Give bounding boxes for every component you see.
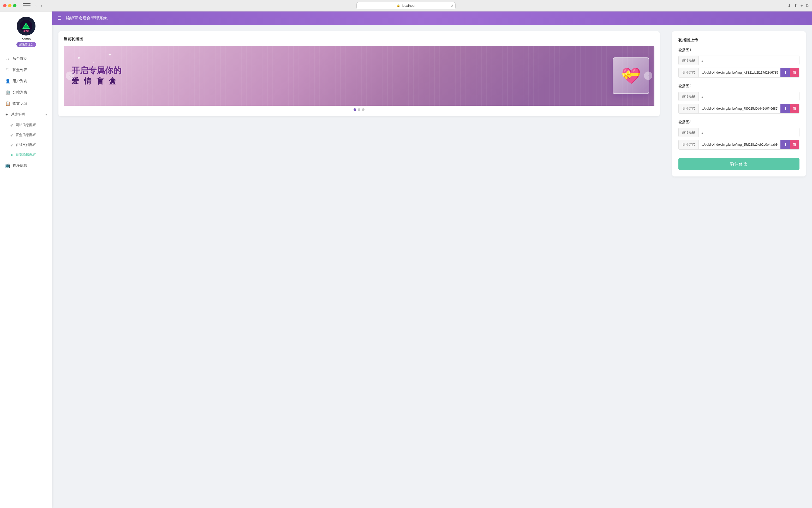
back-button[interactable]: ‹ bbox=[34, 3, 38, 9]
carousel-1-link-label: 跳转链接 bbox=[679, 56, 699, 65]
carousel-2-link-row: 跳转链接 bbox=[678, 92, 800, 101]
share-icon[interactable]: ⬆ bbox=[794, 3, 797, 8]
lock-icon: 🔒 bbox=[397, 4, 400, 7]
reload-icon[interactable]: ↺ bbox=[451, 4, 453, 8]
carousel-1-section: 轮播图1 跳转链接 图片链接 ⬆ 🗑 bbox=[678, 48, 800, 78]
carousel-text-area: ✦ ✦ ✦ 开启专属你的 爱 情 盲 盒 bbox=[64, 60, 607, 91]
carousel-1-image-row: 图片链接 ⬆ 🗑 bbox=[678, 68, 800, 78]
heart-icon: ♡ bbox=[5, 67, 10, 72]
minimize-button[interactable] bbox=[8, 4, 11, 7]
carousel-sub-text: 爱 情 盲 盒 bbox=[72, 76, 600, 86]
nav-arrows: ‹ › bbox=[34, 3, 44, 9]
carousel-dot-2[interactable] bbox=[358, 108, 360, 111]
carousel-3-image-input[interactable] bbox=[699, 141, 780, 149]
carousel-3-link-input[interactable] bbox=[699, 128, 799, 136]
window-chrome: ‹ › 🔒 localhost ↺ ⬇ ⬆ + ⧉ bbox=[0, 0, 812, 11]
carousel-2-image-label: 图片链接 bbox=[679, 104, 699, 113]
sidebar-item-system-label: 系统管理 bbox=[11, 112, 26, 117]
carousel-1-actions: ⬆ 🗑 bbox=[780, 68, 799, 77]
carousel-3-link-label: 跳转链接 bbox=[679, 128, 699, 137]
sidebar-item-branch-list[interactable]: 🏢 分站列表 bbox=[0, 87, 52, 98]
carousel-3-image-label: 图片链接 bbox=[679, 140, 699, 149]
sidebar-item-home[interactable]: ⌂ 后台首页 bbox=[0, 53, 52, 64]
carousel-display-title: 当前轮播图 bbox=[64, 37, 655, 42]
carousel-2-link-label: 跳转链接 bbox=[679, 92, 699, 101]
carousel-1-delete-button[interactable]: 🗑 bbox=[790, 68, 799, 77]
carousel-prev-button[interactable]: ‹ bbox=[66, 72, 74, 80]
carousel-3-section: 轮播图3 跳转链接 图片链接 ⬆ 🗑 bbox=[678, 120, 800, 150]
sidebar-item-payment-config-label: 在线支付配置 bbox=[16, 142, 36, 147]
forward-button[interactable]: › bbox=[39, 3, 44, 9]
carousel-3-label: 轮播图3 bbox=[678, 120, 800, 125]
maximize-button[interactable] bbox=[13, 4, 16, 7]
new-tab-icon[interactable]: + bbox=[801, 3, 803, 8]
sidebar-item-user-list[interactable]: 👤 用户列表 bbox=[0, 76, 52, 87]
left-panel: 当前轮播图 ✦ ✦ ✦ bbox=[52, 25, 666, 508]
carousel-2-delete-button[interactable]: 🗑 bbox=[790, 104, 799, 113]
right-panel: 轮播图上传 轮播图1 跳转链接 图片链接 ⬆ bbox=[666, 25, 812, 508]
sidebar-item-finance[interactable]: 📋 收支明细 bbox=[0, 98, 52, 109]
traffic-lights bbox=[3, 4, 16, 7]
sidebar-item-finance-label: 收支明细 bbox=[12, 101, 27, 106]
mystery-box-inner: 💝 bbox=[613, 57, 649, 94]
sidebar-item-blind-box-config[interactable]: ◎ 盲盒信息配置 bbox=[0, 130, 52, 140]
carousel-3-upload-button[interactable]: ⬆ bbox=[780, 140, 790, 149]
branch-icon: 🏢 bbox=[5, 90, 10, 95]
confirm-button[interactable]: 确认修改 bbox=[678, 158, 800, 170]
sidebar-item-payment-config[interactable]: ◎ 在线支付配置 bbox=[0, 140, 52, 150]
mystery-box-emoji: 💝 bbox=[621, 67, 641, 85]
carousel-next-button[interactable]: › bbox=[644, 72, 652, 80]
topbar-title: 锦鲤盲盒后台管理系统 bbox=[66, 16, 107, 21]
sidebar-item-program-label: 程序信息 bbox=[12, 163, 27, 168]
tabs-icon[interactable]: ⧉ bbox=[806, 3, 809, 8]
carousel-dot-1[interactable] bbox=[354, 108, 356, 111]
sidebar: 爱奇艺 admin 超级管理员 ⌂ 后台首页 ♡ 盲盒列表 👤 用户列表 🏢 分… bbox=[0, 11, 52, 508]
sub-nav: ◎ 网站信息配置 ◎ 盲盒信息配置 ◎ 在线支付配置 ◉ 首页轮播配置 bbox=[0, 120, 52, 160]
carousel-1-link-input[interactable] bbox=[699, 56, 799, 65]
sidebar-item-carousel-config[interactable]: ◉ 首页轮播配置 bbox=[0, 150, 52, 160]
carousel-1-label: 轮播图1 bbox=[678, 48, 800, 52]
address-bar[interactable]: 🔒 localhost ↺ bbox=[356, 2, 456, 9]
carousel-2-upload-button[interactable]: ⬆ bbox=[780, 104, 790, 113]
close-button[interactable] bbox=[3, 4, 6, 7]
sidebar-item-system[interactable]: ✦ 系统管理 ▾ bbox=[0, 109, 52, 120]
menu-icon[interactable]: ☰ bbox=[57, 15, 61, 21]
circle-icon-3: ◎ bbox=[10, 143, 13, 147]
carousel-3-link-row: 跳转链接 bbox=[678, 128, 800, 137]
carousel-1-upload-button[interactable]: ⬆ bbox=[780, 68, 790, 77]
circle-icon-2: ◎ bbox=[10, 133, 13, 137]
topbar: ☰ 锦鲤盲盒后台管理系统 bbox=[52, 11, 812, 25]
upload-title: 轮播图上传 bbox=[678, 38, 800, 43]
sidebar-username: admin bbox=[21, 37, 31, 41]
carousel-1-image-input[interactable] bbox=[699, 69, 780, 77]
upload-card: 轮播图上传 轮播图1 跳转链接 图片链接 ⬆ bbox=[672, 31, 806, 176]
carousel-display-card: 当前轮播图 ✦ ✦ ✦ bbox=[58, 31, 660, 116]
app-container: 爱奇艺 admin 超级管理员 ⌂ 后台首页 ♡ 盲盒列表 👤 用户列表 🏢 分… bbox=[0, 11, 812, 508]
user-icon: 👤 bbox=[5, 79, 10, 84]
circle-icon: ◎ bbox=[10, 123, 13, 127]
carousel-3-delete-button[interactable]: 🗑 bbox=[790, 140, 799, 149]
sidebar-toggle[interactable] bbox=[23, 3, 31, 8]
sidebar-badge: 超级管理员 bbox=[16, 42, 36, 47]
carousel-1-image-label: 图片链接 bbox=[679, 68, 699, 77]
carousel-main-text: 开启专属你的 bbox=[72, 65, 600, 76]
svg-text:爱奇艺: 爱奇艺 bbox=[24, 30, 29, 32]
sidebar-nav: ⌂ 后台首页 ♡ 盲盒列表 👤 用户列表 🏢 分站列表 📋 收支明细 ✦ bbox=[0, 53, 52, 171]
sidebar-item-branch-label: 分站列表 bbox=[12, 90, 27, 95]
system-icon: ✦ bbox=[5, 113, 8, 117]
sidebar-item-site-config[interactable]: ◎ 网站信息配置 bbox=[0, 120, 52, 130]
sidebar-item-program-info[interactable]: 📺 程序信息 bbox=[0, 160, 52, 171]
url-text: localhost bbox=[402, 4, 415, 8]
sidebar-item-carousel-config-label: 首页轮播配置 bbox=[16, 153, 36, 157]
main-content: 当前轮播图 ✦ ✦ ✦ bbox=[52, 25, 812, 508]
sidebar-item-blind-box-label: 盲盒列表 bbox=[12, 68, 27, 72]
carousel-2-section: 轮播图2 跳转链接 图片链接 ⬆ 🗑 bbox=[678, 84, 800, 114]
carousel-dot-3[interactable] bbox=[362, 108, 364, 111]
carousel-1-link-row: 跳转链接 bbox=[678, 55, 800, 65]
carousel-2-link-input[interactable] bbox=[699, 92, 799, 100]
sidebar-item-blind-box-list[interactable]: ♡ 盲盒列表 bbox=[0, 64, 52, 76]
carousel-3-image-row: 图片链接 ⬆ 🗑 bbox=[678, 140, 800, 150]
carousel-2-image-input[interactable] bbox=[699, 105, 780, 113]
carousel-content: ✦ ✦ ✦ 开启专属你的 爱 情 盲 盒 bbox=[64, 46, 655, 106]
download-icon[interactable]: ⬇ bbox=[787, 3, 791, 8]
